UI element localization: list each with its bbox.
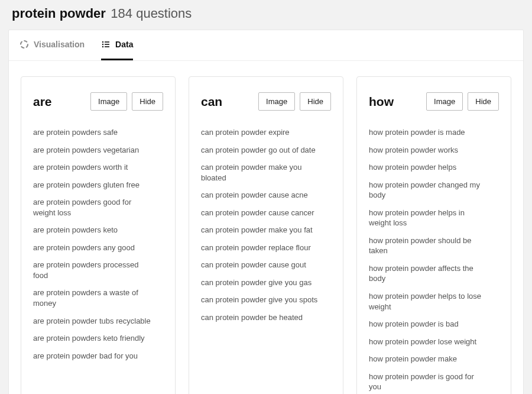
list-item[interactable]: how protein powder works xyxy=(369,145,487,156)
image-button[interactable]: Image xyxy=(258,92,295,111)
list-item[interactable]: can protein powder cause cancer xyxy=(201,208,319,218)
tab-data[interactable]: Data xyxy=(101,30,133,60)
svg-point-5 xyxy=(102,46,103,47)
card-header: areImageHide xyxy=(33,92,163,111)
list-icon xyxy=(101,40,111,49)
card-title: can xyxy=(201,95,222,109)
columns-container: areImageHideare protein powders safeare … xyxy=(9,61,523,394)
list-item[interactable]: how protein powder is good for you xyxy=(369,372,487,392)
list-item[interactable]: are protein powder bad for you xyxy=(33,351,151,361)
image-button[interactable]: Image xyxy=(426,92,463,111)
list-item[interactable]: can protein powder cause acne xyxy=(201,190,319,201)
list-item[interactable]: can protein powder cause gout xyxy=(201,260,319,270)
list-item[interactable]: can protein powder give you gas xyxy=(201,277,319,288)
card-header: howImageHide xyxy=(369,92,499,111)
list-item[interactable]: can protein powder make you fat xyxy=(201,225,319,235)
main-panel: Visualisation Data areImageHideare prote… xyxy=(8,30,524,394)
page-header: protein powder 184 questions xyxy=(0,0,532,30)
list-item[interactable]: are protein powders worth it xyxy=(33,162,151,173)
question-card-can: canImageHidecan protein powder expirecan… xyxy=(189,76,343,394)
page-title-count: 184 questions xyxy=(111,6,192,21)
visualisation-icon xyxy=(20,40,29,49)
list-item[interactable]: are protein powder tubs recyclable xyxy=(33,316,151,327)
hide-button[interactable]: Hide xyxy=(300,92,331,111)
list-item[interactable]: how protein powder affects the body xyxy=(369,263,487,284)
svg-point-1 xyxy=(102,41,103,43)
list-item[interactable]: how protein powder make xyxy=(369,354,487,364)
list-item[interactable]: how protein powder changed my body xyxy=(369,180,487,201)
list-item[interactable]: how protein powder helps xyxy=(369,162,487,173)
svg-rect-2 xyxy=(105,41,109,43)
card-button-row: ImageHide xyxy=(258,92,331,111)
tab-data-label: Data xyxy=(115,40,133,49)
list-item[interactable]: how protein powder should be taken xyxy=(369,235,487,256)
list-item[interactable]: can protein powder give you spots xyxy=(201,295,319,305)
list-item[interactable]: are protein powders safe xyxy=(33,127,151,138)
question-list: how protein powder is madehow protein po… xyxy=(369,127,499,394)
list-item[interactable]: are protein powders keto friendly xyxy=(33,333,151,344)
list-item[interactable]: can protein powder make you bloated xyxy=(201,162,319,183)
list-item[interactable]: are protein powders gluten free xyxy=(33,180,151,190)
list-item[interactable]: are protein powders good for weight loss xyxy=(33,197,151,218)
list-item[interactable]: are protein powders any good xyxy=(33,243,151,253)
list-item[interactable]: are protein powders processed food xyxy=(33,260,151,280)
hide-button[interactable]: Hide xyxy=(132,92,163,111)
svg-rect-6 xyxy=(105,46,109,47)
list-item[interactable]: are protein powders vegetarian xyxy=(33,145,151,156)
list-item[interactable]: can protein powder be heated xyxy=(201,312,319,323)
list-item[interactable]: how protein powder helps in weight loss xyxy=(369,208,487,228)
tab-visualisation[interactable]: Visualisation xyxy=(20,30,85,60)
card-button-row: ImageHide xyxy=(426,92,499,111)
list-item[interactable]: how protein powder is bad xyxy=(369,319,487,330)
card-title: how xyxy=(369,95,394,109)
question-list: can protein powder expirecan protein pow… xyxy=(201,127,331,323)
tabs: Visualisation Data xyxy=(9,30,523,61)
list-item[interactable]: can protein powder go out of date xyxy=(201,145,319,156)
question-card-are: areImageHideare protein powders safeare … xyxy=(21,76,176,394)
card-button-row: ImageHide xyxy=(90,92,163,111)
hide-button[interactable]: Hide xyxy=(468,92,499,111)
tab-visualisation-label: Visualisation xyxy=(34,40,85,49)
question-card-how: howImageHidehow protein powder is madeho… xyxy=(356,76,511,394)
svg-point-3 xyxy=(102,44,103,45)
list-item[interactable]: are protein powders keto xyxy=(33,225,151,235)
svg-rect-4 xyxy=(105,44,109,45)
list-item[interactable]: how protein powder lose weight xyxy=(369,337,487,347)
card-header: canImageHide xyxy=(201,92,331,111)
card-title: are xyxy=(33,95,52,109)
question-list: are protein powders safeare protein powd… xyxy=(33,127,163,361)
list-item[interactable]: can protein powder replace flour xyxy=(201,243,319,253)
svg-point-0 xyxy=(21,41,28,48)
list-item[interactable]: are protein powders a waste of money xyxy=(33,288,151,308)
list-item[interactable]: how protein powder is made xyxy=(369,127,487,138)
image-button[interactable]: Image xyxy=(90,92,127,111)
page-title-keyword: protein powder xyxy=(12,6,106,21)
list-item[interactable]: how protein powder helps to lose weight xyxy=(369,291,487,312)
list-item[interactable]: can protein powder expire xyxy=(201,127,319,138)
